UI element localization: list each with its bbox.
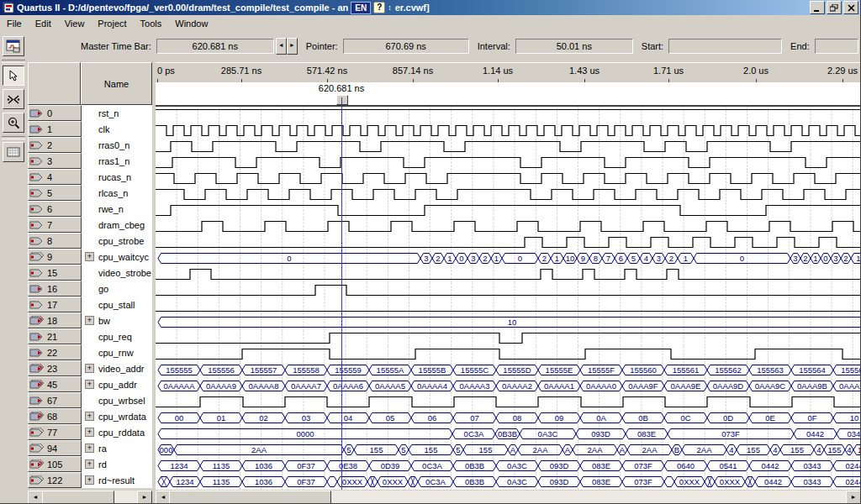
signal-name-cell[interactable]: rlcas_n bbox=[82, 185, 152, 201]
waveform-row-rst_n[interactable] bbox=[156, 107, 861, 123]
signal-row-cpu_wrbsel[interactable]: 67cpu_wrbsel bbox=[28, 392, 152, 408]
signal-index-18[interactable]: 18 bbox=[28, 312, 82, 328]
waveform-rows[interactable]: 0321032102110987654321032103211015555515… bbox=[156, 105, 861, 491]
signal-name-cell[interactable]: +cpu_wrdata bbox=[82, 408, 152, 424]
menu-file[interactable]: File bbox=[0, 17, 29, 30]
signal-name-cell[interactable]: rwe_n bbox=[82, 201, 152, 217]
signal-name-cell[interactable]: +cpu_addr bbox=[82, 376, 152, 392]
expand-plus-icon[interactable]: + bbox=[85, 475, 94, 485]
waveform-row-cpu_wrdata[interactable]: 000102030405060708090A0B0C0D0E0F10 bbox=[156, 410, 861, 426]
waveform-row-cpu_stall[interactable] bbox=[156, 298, 861, 314]
signal-row-rwe_n[interactable]: 6rwe_n bbox=[28, 201, 152, 217]
zoom-tool-button[interactable] bbox=[3, 113, 24, 133]
menu-project[interactable]: Project bbox=[91, 17, 133, 30]
title-bar[interactable]: Quartus II - D:/d/pentevo/fpga/_ver0.00/… bbox=[0, 0, 860, 15]
waveform-row-rwe_n[interactable] bbox=[156, 202, 861, 218]
signal-row-ra[interactable]: 94+ra bbox=[28, 440, 152, 456]
signal-name-cell[interactable]: clk bbox=[82, 121, 152, 137]
restore-button[interactable] bbox=[827, 1, 842, 14]
signal-name-cell[interactable]: +video_addr bbox=[82, 360, 152, 376]
signal-index-68[interactable]: 68 bbox=[28, 408, 82, 424]
signal-index-2[interactable]: 2 bbox=[28, 137, 82, 153]
menu-window[interactable]: Window bbox=[168, 17, 214, 30]
waveform-row-bw[interactable]: 10 bbox=[156, 314, 861, 330]
waveform-row-cpu_rnw[interactable] bbox=[156, 346, 861, 362]
scroll-right-button[interactable]: ► bbox=[846, 491, 861, 504]
signal-index-8[interactable]: 8 bbox=[28, 233, 82, 249]
master-time-bar-cursor-line[interactable] bbox=[341, 97, 342, 490]
time-bar-strip[interactable]: 620.681 ns bbox=[156, 82, 861, 105]
waveform-row-dram_cbeg[interactable] bbox=[156, 218, 861, 234]
signal-name-cell[interactable]: +ra bbox=[82, 440, 152, 456]
waveform-row-rras1_n[interactable] bbox=[156, 155, 861, 171]
signal-name-cell[interactable]: +cpu_rddata bbox=[82, 424, 152, 440]
waveform-row-rucas_n[interactable] bbox=[156, 171, 861, 186]
expand-plus-icon[interactable]: + bbox=[85, 380, 94, 389]
signal-row-bw[interactable]: 18+bw bbox=[28, 312, 152, 328]
snap-to-transition-tool-button[interactable] bbox=[3, 89, 24, 109]
signal-index-22[interactable]: 22 bbox=[28, 344, 82, 360]
signal-row-cpu_stall[interactable]: 17cpu_stall bbox=[28, 297, 152, 312]
scroll-right-button[interactable]: ► bbox=[137, 491, 152, 504]
expand-plus-icon[interactable]: + bbox=[85, 364, 94, 373]
signal-row-cpu_rnw[interactable]: 22cpu_rnw bbox=[28, 344, 152, 360]
signal-row-cpu_req[interactable]: 21cpu_req bbox=[28, 328, 152, 344]
waveform-row-cpu_addr[interactable]: 0AAAAA0AAAA90AAAA80AAAA70AAAA60AAAA50AAA… bbox=[156, 378, 861, 394]
signal-index-6[interactable]: 6 bbox=[28, 201, 82, 217]
scroll-left-button[interactable]: ◄ bbox=[28, 491, 43, 504]
signal-name-cell[interactable]: dram_cbeg bbox=[82, 217, 152, 233]
waveform-row-rras0_n[interactable] bbox=[156, 139, 861, 155]
expand-plus-icon[interactable]: + bbox=[85, 252, 94, 261]
signal-index-23[interactable]: 23 bbox=[28, 360, 82, 376]
signal-index-3[interactable]: 3 bbox=[28, 153, 82, 169]
signal-index-94[interactable]: 94 bbox=[28, 440, 82, 456]
signal-index-45[interactable]: 45 bbox=[28, 376, 82, 392]
waveform-row-ra[interactable]: 0002AA515551555155A2AAA2AAA2AAB2AA415541… bbox=[156, 442, 861, 458]
time-ruler[interactable]: 0 ps285.71 ns571.42 ns857.14 ns1.14 us1.… bbox=[156, 62, 861, 83]
signal-name-cell[interactable]: go bbox=[82, 281, 152, 297]
signal-row-rras0_n[interactable]: 2rras0_n bbox=[28, 137, 152, 153]
menu-tools[interactable]: Tools bbox=[134, 17, 169, 30]
time-bar-right-arrow[interactable]: ▸ bbox=[287, 38, 298, 55]
scroll-thumb[interactable] bbox=[169, 491, 331, 504]
expand-plus-icon[interactable]: + bbox=[85, 459, 94, 469]
minimize-button[interactable] bbox=[810, 1, 825, 14]
signal-name-cell[interactable]: rras0_n bbox=[82, 137, 152, 153]
signal-name-cell[interactable]: +cpu_waitcyc bbox=[82, 249, 152, 265]
expand-plus-icon[interactable]: + bbox=[85, 428, 94, 437]
name-column-header[interactable]: Name bbox=[81, 62, 152, 105]
waveform-editor-button[interactable] bbox=[3, 36, 24, 56]
signal-name-cell[interactable]: +rd bbox=[82, 456, 152, 472]
signal-name-cell[interactable]: rst_n bbox=[82, 105, 152, 121]
signal-row-cpu_strobe[interactable]: 8cpu_strobe bbox=[28, 233, 152, 249]
name-panel-hscrollbar[interactable]: ◄ ► bbox=[28, 490, 152, 504]
menu-edit[interactable]: Edit bbox=[29, 17, 58, 30]
signal-name-cell[interactable]: +rd~result bbox=[82, 472, 152, 488]
signal-row-video_strobe[interactable]: 15video_strobe bbox=[28, 265, 152, 281]
signal-name-cell[interactable]: cpu_rnw bbox=[82, 344, 152, 360]
signal-row-cpu_addr[interactable]: 45+cpu_addr bbox=[28, 376, 152, 392]
signal-row-cpu_waitcyc[interactable]: 9+cpu_waitcyc bbox=[28, 249, 152, 265]
waveform-row-cpu_rddata[interactable]: 00000C3A0B3B0A3C093D083E073F04420343 bbox=[156, 426, 861, 442]
signal-index-67[interactable]: 67 bbox=[28, 392, 82, 408]
signal-row-video_addr[interactable]: 23+video_addr bbox=[28, 360, 152, 376]
waveform-row-cpu_strobe[interactable] bbox=[156, 234, 861, 250]
grid-tool-button[interactable] bbox=[3, 142, 24, 162]
selection-tool-button[interactable] bbox=[3, 66, 24, 86]
menu-view[interactable]: View bbox=[58, 17, 92, 30]
signal-row-rst_n[interactable]: 0rst_n bbox=[28, 105, 152, 121]
signal-index-122[interactable]: 122 bbox=[28, 472, 82, 488]
lang-options-icon[interactable]: ↕ bbox=[388, 3, 392, 12]
expand-plus-icon[interactable]: + bbox=[85, 316, 94, 325]
signal-index-15[interactable]: 15 bbox=[28, 265, 82, 281]
signal-row-rlcas_n[interactable]: 5rlcas_n bbox=[28, 185, 152, 201]
signal-row-cpu_wrdata[interactable]: 68+cpu_wrdata bbox=[28, 408, 152, 424]
signal-index-16[interactable]: 16 bbox=[28, 281, 82, 297]
waveform-row-cpu_waitcyc[interactable]: 032103210211098765432103210321 bbox=[156, 250, 861, 266]
signal-row-dram_cbeg[interactable]: 7dram_cbeg bbox=[28, 217, 152, 233]
signal-index-105[interactable]: 105 bbox=[28, 456, 82, 472]
signal-row-cpu_rddata[interactable]: 77+cpu_rddata bbox=[28, 424, 152, 440]
signal-index-0[interactable]: 0 bbox=[28, 105, 82, 121]
signal-row-rras1_n[interactable]: 3rras1_n bbox=[28, 153, 152, 169]
signal-index-7[interactable]: 7 bbox=[28, 217, 82, 233]
